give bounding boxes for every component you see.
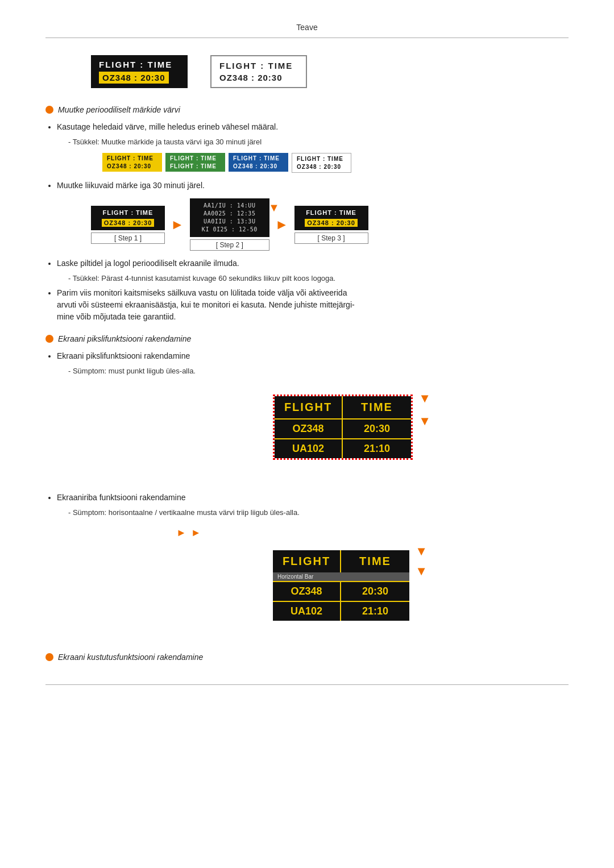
section3-bullet1: Ekraaniriba funktsiooni rakendamine: [57, 492, 569, 504]
orange-dot-2: [45, 335, 53, 343]
step1-box: FLIGHT : TIME OZ348 : 20:30 [ Step 1 ]: [91, 206, 165, 244]
flight-box-dark-label: FLIGHT : TIME: [99, 60, 180, 69]
cb-white-value: OZ348 : 20:30: [297, 164, 346, 170]
hbd-r1c2: 20:30: [341, 582, 409, 601]
step3-value: OZ348 : 20:30: [305, 219, 358, 227]
bullet-4: Parim viis monitori kaitsmiseks säilkuva…: [57, 287, 569, 323]
arrow-step1-to-step2: ►: [171, 217, 184, 232]
orange-dot-1: [45, 106, 53, 114]
top-boxes: FLIGHT : TIME OZ348 : 20:30 FLIGHT : TIM…: [45, 55, 569, 88]
cb-green-label: FLIGHT : TIME: [170, 155, 221, 161]
bullet-3: Laske piltidel ja logol perioodiliselt e…: [57, 258, 569, 269]
step2-line1: AA1/IU : 14:UU: [196, 202, 264, 210]
step1-label: FLIGHT : TIME: [97, 209, 159, 216]
pd-row2: UA102 21:10: [275, 439, 411, 458]
hbar-arrow-right: ►: [191, 527, 201, 539]
step2-down-arrow: ▼: [268, 201, 280, 214]
cb-yellow-value: OZ348 : 20:30: [107, 163, 157, 169]
hbar-arrows: ► ►: [176, 527, 409, 539]
step3-box: FLIGHT : TIME OZ348 : 20:30 [ Step 3 ]: [294, 206, 368, 244]
step2-box: AA1/IU : 14:UU AA0025 : 12:35 UA0IIU : 1…: [190, 198, 269, 251]
bullet-1: Kasutage heledaid värve, mille heledus e…: [57, 121, 569, 133]
pd-header: FLIGHT TIME: [275, 396, 411, 420]
color-box-yellow: FLIGHT : TIME OZ348 : 20:30: [102, 153, 162, 172]
step-row: FLIGHT : TIME OZ348 : 20:30 [ Step 1 ] ►…: [91, 198, 569, 251]
pd-col1-header: FLIGHT: [275, 396, 343, 418]
hbd-header: FLIGHT TIME: [273, 550, 409, 572]
step3-step-label: [ Step 3 ]: [294, 232, 368, 244]
section-pixel: Ekraani pikslifunktsiooni rakendamine Ek…: [45, 334, 569, 480]
hbar-arrow-left: ►: [176, 527, 186, 539]
page: Teave FLIGHT : TIME OZ348 : 20:30 FLIGHT…: [0, 0, 614, 719]
hbd-col1-header: FLIGHT: [273, 550, 341, 572]
footer-line: [45, 684, 569, 685]
pd-arrow-top: ▼: [418, 391, 431, 406]
step1-step-label: [ Step 1 ]: [91, 232, 165, 244]
section-color-change-title: Muutke perioodiliselt märkide värvi: [45, 105, 569, 114]
pixel-display: FLIGHT TIME OZ348 20:30 UA102 21:10: [273, 394, 413, 460]
pd-r1c2: 20:30: [343, 420, 411, 438]
sub-note-3: - Tsükkel: Pärast 4-tunnist kasutamist k…: [68, 274, 569, 283]
section-erase-title: Ekraani kustutusfunktsiooni rakendamine: [45, 653, 569, 662]
step3-flight-box: FLIGHT : TIME OZ348 : 20:30: [294, 206, 368, 230]
section-erase-label: Ekraani kustutusfunktsiooni rakendamine: [58, 653, 203, 662]
step2-step-label: [ Step 2 ]: [190, 239, 269, 251]
flight-box-outline-value: OZ348 : 20:30: [219, 73, 298, 82]
header-title: Teave: [296, 23, 317, 32]
arrow-step2-to-step3: ►: [275, 217, 289, 232]
step3-label: FLIGHT : TIME: [300, 209, 363, 216]
flight-box-outline: FLIGHT : TIME OZ348 : 20:30: [210, 55, 307, 88]
hbd-col2-header: TIME: [341, 550, 409, 572]
hbd-r2c2: 21:10: [341, 602, 409, 621]
step2-scrambled-box: AA1/IU : 14:UU AA0025 : 12:35 UA0IIU : 1…: [190, 198, 269, 237]
section2-sub1: - Sümptom: must punkt liigub üles-alla.: [68, 367, 569, 375]
pd-arrow-mid: ▼: [418, 414, 431, 429]
header: Teave: [45, 23, 569, 38]
bullet4-line3: mine võib mõjutada teie garantiid.: [57, 312, 176, 321]
hbd-r1c1: OZ348: [273, 582, 341, 601]
cb-green-value: FLIGHT : TIME: [170, 163, 221, 169]
pd-col2-header: TIME: [343, 396, 411, 418]
bullet4-line1: Parim viis monitori kaitsmiseks säilkuva…: [57, 288, 347, 297]
hbd-arrow-mid: ▼: [415, 564, 428, 579]
pixel-display-inner: FLIGHT TIME OZ348 20:30 UA102 21:10: [275, 396, 411, 458]
hbd-r2c1: UA102: [273, 602, 341, 621]
color-box-blue: FLIGHT : TIME OZ348 : 20:30: [229, 153, 288, 172]
section-pixel-title: Ekraani pikslifunktsiooni rakendamine: [45, 334, 569, 343]
step2-line2: AA0025 : 12:35: [196, 210, 264, 218]
step1-value: OZ348 : 20:30: [102, 219, 155, 227]
section-bar: Ekraaniriba funktsiooni rakendamine - Sü…: [45, 492, 569, 641]
section-erase: Ekraani kustutusfunktsiooni rakendamine: [45, 653, 569, 662]
section-pixel-label: Ekraani pikslifunktsiooni rakendamine: [58, 334, 191, 343]
pd-r1c1: OZ348: [275, 420, 343, 438]
pd-r2c1: UA102: [275, 439, 343, 458]
hbd-row2: UA102 21:10: [273, 602, 409, 621]
hbd-subrow: Horizontal Bar: [273, 572, 409, 582]
flight-box-dark-value: OZ348 : 20:30: [99, 72, 169, 84]
cb-blue-value: OZ348 : 20:30: [233, 163, 284, 169]
hbd-row1: OZ348 20:30: [273, 582, 409, 602]
step2-line4: KI 0I25 : 12-50: [196, 226, 264, 234]
section-color-change-label: Muutke perioodiliselt märkide värvi: [58, 105, 180, 114]
cb-yellow-label: FLIGHT : TIME: [107, 155, 157, 161]
hbar-display: FLIGHT TIME Horizontal Bar OZ348 20:30 U…: [273, 550, 409, 621]
color-box-white: FLIGHT : TIME OZ348 : 20:30: [292, 153, 351, 173]
bullet4-line2: arvuti või süsteemi ekraanisäästja, kui …: [57, 300, 355, 309]
pd-r2c2: 21:10: [343, 439, 411, 458]
section2-bullet1: Ekraani pikslifunktsiooni rakendamine: [57, 350, 569, 362]
orange-dot-3: [45, 653, 53, 661]
bullet-2: Muutke liikuvaid märke iga 30 minuti jär…: [57, 180, 569, 192]
step1-flight-box: FLIGHT : TIME OZ348 : 20:30: [91, 206, 165, 230]
cb-blue-label: FLIGHT : TIME: [233, 155, 284, 161]
pd-row1: OZ348 20:30: [275, 420, 411, 439]
section3-sub1: - Sümptom: horisontaalne / vertikaalne m…: [68, 508, 569, 517]
cb-white-label: FLIGHT : TIME: [297, 156, 346, 162]
sub-note-1: - Tsükkel: Muutke märkide ja tausta värv…: [68, 138, 569, 146]
color-boxes-row: FLIGHT : TIME OZ348 : 20:30 FLIGHT : TIM…: [102, 153, 569, 173]
hbd-arrow-top: ▼: [415, 544, 428, 559]
step2-line3: UA0IIU : 13:3U: [196, 218, 264, 226]
flight-box-dark: FLIGHT : TIME OZ348 : 20:30: [91, 55, 188, 88]
color-box-green: FLIGHT : TIME FLIGHT : TIME: [165, 153, 225, 172]
hbd-inner: FLIGHT TIME Horizontal Bar OZ348 20:30 U…: [273, 550, 409, 621]
flight-box-outline-label: FLIGHT : TIME: [219, 61, 298, 70]
